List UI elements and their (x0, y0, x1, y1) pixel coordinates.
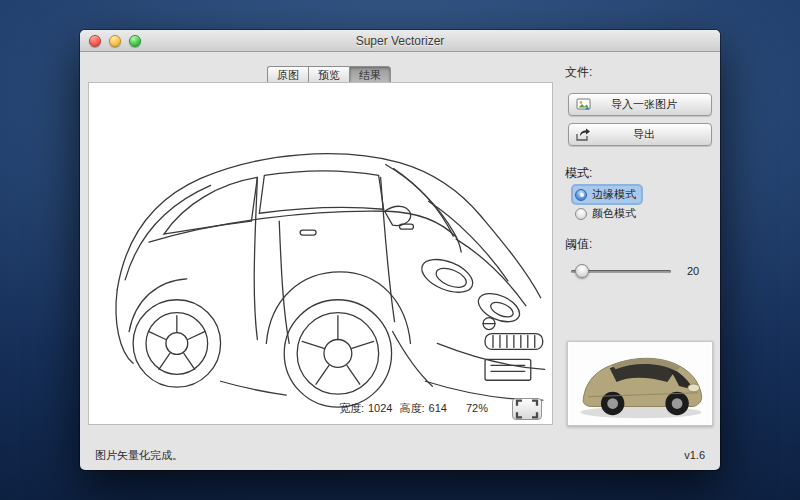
close-button[interactable] (89, 35, 101, 47)
threshold-section-label: 阈值: (565, 236, 715, 253)
export-button[interactable]: 导出 (568, 123, 712, 146)
height-value: 614 (429, 402, 447, 414)
image-import-icon (569, 98, 597, 111)
fit-to-window-button[interactable] (512, 398, 542, 420)
version-label: v1.6 (684, 449, 705, 461)
import-image-button[interactable]: 导入一张图片 (568, 93, 712, 116)
app-window: Super Vectorizer 原图 预览 结果 (80, 30, 720, 470)
zoom-button[interactable] (129, 35, 141, 47)
threshold-slider-row: 20 (571, 265, 715, 277)
mode-color-label: 颜色模式 (592, 206, 636, 221)
vectorized-car-line-art (89, 83, 552, 424)
image-size-info: 宽度:1024 高度:614 72% (335, 401, 488, 416)
original-car-photo (568, 342, 712, 425)
zoom-percent: 72% (466, 402, 488, 414)
mode-edge-radio-row[interactable]: 边缘模式 (573, 186, 641, 203)
mode-section-label: 模式: (565, 165, 715, 182)
original-image-thumbnail (567, 341, 713, 426)
window-controls (89, 35, 141, 47)
radio-unchecked-icon[interactable] (575, 208, 587, 220)
height-label: 高度: (399, 402, 424, 414)
status-message: 图片矢量化完成。 (95, 448, 684, 463)
title-bar[interactable]: Super Vectorizer (80, 30, 720, 52)
width-value: 1024 (368, 402, 392, 414)
slider-knob[interactable] (575, 264, 589, 278)
radio-checked-icon[interactable] (575, 189, 587, 201)
file-section-label: 文件: (565, 64, 715, 81)
mode-color-radio-row[interactable]: 颜色模式 (573, 205, 641, 222)
export-arrow-icon (569, 128, 597, 141)
mode-edge-label: 边缘模式 (592, 187, 636, 202)
control-panel: 文件: 导入一张图片 导出 模式: (565, 64, 715, 277)
threshold-value: 20 (687, 265, 699, 277)
result-canvas[interactable]: 宽度:1024 高度:614 72% (88, 82, 553, 425)
import-button-label: 导入一张图片 (597, 97, 711, 112)
fit-to-window-icon (513, 399, 541, 419)
status-bar: 图片矢量化完成。 v1.6 (80, 440, 720, 470)
window-title: Super Vectorizer (356, 34, 445, 48)
minimize-button[interactable] (109, 35, 121, 47)
threshold-slider[interactable] (571, 270, 671, 273)
export-button-label: 导出 (597, 127, 711, 142)
width-label: 宽度: (339, 402, 364, 414)
